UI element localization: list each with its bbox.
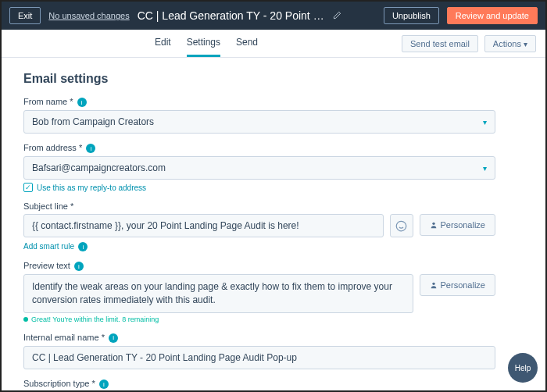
internal-name-input[interactable]: CC | Lead Generation TY - 20 Point Landi…	[23, 346, 495, 369]
person-icon	[430, 281, 438, 289]
reply-to-checkbox-row[interactable]: ✓ Use this as my reply-to address	[23, 183, 495, 192]
review-update-button[interactable]: Review and update	[447, 7, 538, 24]
pencil-icon[interactable]	[333, 11, 341, 21]
sub-bar: Edit Settings Send Send test email Actio…	[2, 30, 545, 58]
tab-settings[interactable]: Settings	[187, 30, 220, 57]
reply-to-label: Use this as my reply-to address	[37, 184, 146, 192]
tab-send[interactable]: Send	[236, 30, 258, 57]
from-name-label: From name * i	[23, 97, 495, 107]
svg-point-0	[396, 221, 406, 231]
preview-helper: Great! You're within the limit. 8 remain…	[23, 315, 413, 323]
unpublish-button[interactable]: Unpublish	[384, 7, 439, 24]
info-icon[interactable]: i	[86, 144, 95, 153]
from-name-select[interactable]: Bob from Campaign Creators ▾	[23, 110, 495, 134]
info-icon[interactable]: i	[109, 333, 118, 343]
person-icon	[430, 221, 438, 229]
top-bar: Exit No unsaved changes CC | Lead Genera…	[2, 2, 545, 30]
from-address-select[interactable]: Bafsari@campaigncreators.com ▾	[23, 156, 495, 180]
tab-edit[interactable]: Edit	[155, 30, 171, 57]
content-scroll[interactable]: Email settings From name * i Bob from Ca…	[2, 58, 545, 390]
info-icon[interactable]: i	[74, 262, 84, 271]
svg-point-3	[432, 223, 434, 225]
section-heading: Email settings	[23, 72, 495, 86]
subject-line-label: Subject line *	[23, 201, 495, 211]
exit-button[interactable]: Exit	[9, 7, 41, 24]
status-dot-icon	[23, 317, 28, 322]
subject-line-input[interactable]: {{ contact.firstname }}, your 20 Point L…	[23, 214, 384, 237]
actions-label: Actions	[493, 39, 521, 48]
help-fab[interactable]: Help	[508, 353, 538, 383]
page-title: CC | Lead Generation TY - 20 Point Landi…	[138, 9, 325, 22]
chevron-down-icon: ▾	[483, 118, 487, 127]
tabs: Edit Settings Send	[155, 30, 258, 57]
personalize-subject-button[interactable]: Personalize	[420, 214, 495, 236]
personalize-label: Personalize	[441, 220, 485, 230]
unsaved-changes-link[interactable]: No unsaved changes	[48, 11, 129, 20]
info-icon[interactable]: i	[78, 242, 88, 251]
actions-dropdown[interactable]: Actions ▾	[484, 35, 536, 52]
chevron-down-icon: ▾	[524, 40, 527, 48]
from-address-label: From address * i	[23, 143, 495, 153]
reply-to-checkbox[interactable]: ✓	[23, 183, 33, 192]
info-icon[interactable]: i	[77, 98, 87, 107]
personalize-label: Personalize	[441, 280, 485, 290]
svg-point-4	[432, 283, 434, 285]
from-address-value: Bafsari@campaigncreators.com	[32, 162, 166, 173]
internal-name-label: Internal email name * i	[23, 333, 495, 343]
info-icon[interactable]: i	[99, 380, 109, 389]
send-test-email-button[interactable]: Send test email	[402, 35, 478, 52]
personalize-preview-button[interactable]: Personalize	[420, 274, 495, 296]
emoji-button[interactable]	[390, 214, 413, 237]
add-smart-rule-link[interactable]: Add smart rule	[23, 242, 74, 251]
preview-text-input[interactable]: Identify the weak areas on your landing …	[23, 274, 413, 313]
chevron-down-icon: ▾	[483, 164, 487, 173]
from-name-value: Bob from Campaign Creators	[32, 116, 154, 127]
preview-text-label: Preview text i	[23, 261, 495, 271]
subscription-type-label: Subscription type * i	[23, 379, 495, 389]
